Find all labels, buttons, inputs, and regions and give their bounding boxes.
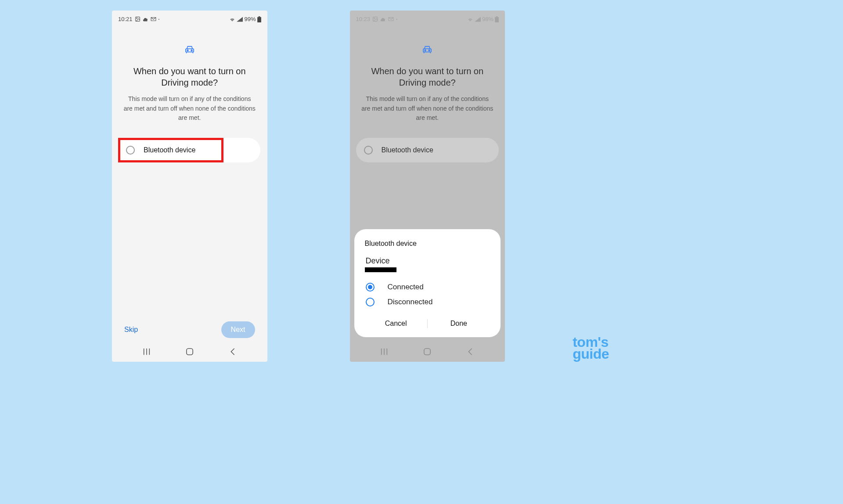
bluetooth-device-sheet: Bluetooth device Device Connected Discon… <box>354 229 501 337</box>
recents-button[interactable] <box>379 346 389 357</box>
signal-icon <box>475 17 481 22</box>
car-icon <box>118 45 261 54</box>
gmail-icon <box>151 17 156 22</box>
bluetooth-device-option[interactable]: Bluetooth device <box>118 138 223 162</box>
svg-rect-10 <box>187 349 193 355</box>
image-icon <box>135 16 140 22</box>
phone-right: 10:23 • 98% When do you want to turn on … <box>350 11 505 362</box>
option-label: Bluetooth device <box>382 146 433 154</box>
battery-percent: 99% <box>244 16 256 22</box>
image-icon <box>372 16 378 22</box>
more-dot-icon: • <box>159 17 160 21</box>
device-label: Device <box>365 256 490 266</box>
radio-checked-icon[interactable] <box>366 283 375 292</box>
radio-unchecked-icon[interactable] <box>126 146 135 155</box>
page-subtext: This mode will turn on if any of the con… <box>123 94 256 123</box>
home-button[interactable] <box>184 346 195 357</box>
svg-rect-3 <box>258 16 260 17</box>
battery-icon <box>495 16 499 22</box>
svg-rect-2 <box>257 17 261 22</box>
watermark-bottom: guide <box>573 348 609 360</box>
cancel-button[interactable]: Cancel <box>365 316 427 331</box>
radio-unchecked-icon[interactable] <box>366 298 375 306</box>
phone-left: 10:21 • 99% <box>112 11 267 362</box>
wifi-icon <box>467 17 473 22</box>
svg-point-12 <box>374 18 375 19</box>
watermark: tom's guide <box>573 336 609 360</box>
wifi-icon <box>229 17 235 22</box>
device-name-redacted <box>365 267 396 272</box>
svg-point-6 <box>191 50 192 51</box>
connected-option[interactable]: Connected <box>365 283 490 292</box>
status-time: 10:21 <box>118 16 133 22</box>
recents-button[interactable] <box>141 346 152 357</box>
more-dot-icon: • <box>396 17 397 21</box>
back-button[interactable] <box>465 346 476 357</box>
svg-point-17 <box>429 50 430 51</box>
status-time: 10:23 <box>356 16 371 22</box>
home-button[interactable] <box>422 346 432 357</box>
sheet-title: Bluetooth device <box>365 240 490 248</box>
radio-unchecked-icon[interactable] <box>364 146 373 155</box>
car-icon <box>356 45 499 54</box>
cloud-icon <box>143 17 148 22</box>
svg-rect-13 <box>495 17 499 22</box>
svg-point-16 <box>425 50 426 51</box>
battery-percent: 98% <box>482 16 494 22</box>
next-button[interactable]: Next <box>221 321 255 338</box>
signal-icon <box>237 17 243 22</box>
bluetooth-device-option[interactable]: Bluetooth device <box>356 138 499 162</box>
status-bar: 10:23 • 98% <box>350 11 505 25</box>
gmail-icon <box>388 17 394 22</box>
svg-point-5 <box>187 50 188 51</box>
option-label: Bluetooth device <box>144 146 195 154</box>
page-title: When do you want to turn on Driving mode… <box>118 65 261 88</box>
disconnected-option[interactable]: Disconnected <box>365 298 490 306</box>
svg-rect-21 <box>424 349 430 355</box>
page-title: When do you want to turn on Driving mode… <box>356 65 499 88</box>
connected-label: Connected <box>388 283 424 292</box>
status-bar: 10:21 • 99% <box>112 11 267 25</box>
done-button[interactable]: Done <box>428 316 490 331</box>
battery-icon <box>257 16 261 22</box>
skip-button[interactable]: Skip <box>124 326 138 334</box>
svg-rect-14 <box>496 16 498 17</box>
disconnected-label: Disconnected <box>388 298 433 306</box>
cloud-icon <box>380 17 386 22</box>
page-subtext: This mode will turn on if any of the con… <box>361 94 494 123</box>
back-button[interactable] <box>227 346 238 357</box>
nav-bar <box>350 342 505 362</box>
nav-bar <box>112 342 267 362</box>
svg-point-1 <box>136 18 137 19</box>
